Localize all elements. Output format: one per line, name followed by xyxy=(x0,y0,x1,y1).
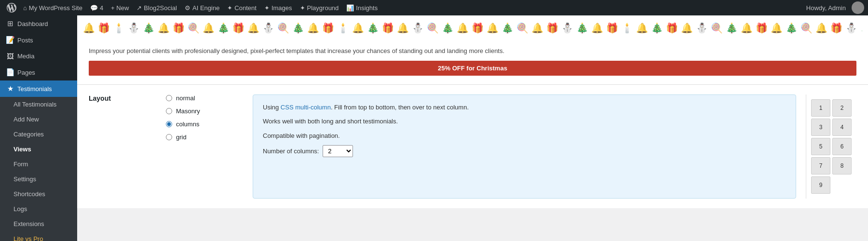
topbar-insights[interactable]: 📊 Insights xyxy=(342,0,381,15)
deco-icon: 🔔 xyxy=(352,22,364,34)
deco-icon: 🔔 xyxy=(203,22,215,34)
sidebar-submenu-testimonials: All Testimonials Add New Categories View… xyxy=(0,97,77,241)
col-button-6[interactable]: 6 xyxy=(832,138,852,155)
pages-icon: 📄 xyxy=(6,68,14,77)
css-multicolumn-link[interactable]: CSS multi-column xyxy=(281,104,331,111)
sidebar: ⊞ Dashboard 📝 Posts 🖼 Media 📄 Pages ★ Te… xyxy=(0,15,77,241)
deco-icon: 🎄 xyxy=(651,22,663,34)
sidebar-item-dashboard[interactable]: ⊞ Dashboard xyxy=(0,15,77,32)
topbar-new-post[interactable]: + New xyxy=(107,0,133,15)
deco-icon: 🔔 xyxy=(815,22,827,34)
col-button-2[interactable]: 2 xyxy=(832,99,852,117)
num-columns-row: Number of columns: 12345678910 xyxy=(263,145,786,157)
content-icon: ✦ xyxy=(227,4,232,12)
promo-button[interactable]: 25% OFF for Christmas xyxy=(89,61,856,76)
radio-columns[interactable] xyxy=(166,121,172,127)
sidebar-item-extensions[interactable]: Extensions xyxy=(0,216,77,231)
playground-icon: ✦ xyxy=(300,4,305,12)
radio-masonry[interactable] xyxy=(166,108,172,114)
sidebar-item-form[interactable]: Form xyxy=(0,157,77,172)
deco-icon: 🔔 xyxy=(487,22,499,34)
layout-option-columns[interactable]: columns xyxy=(166,120,243,128)
topbar-comments[interactable]: 💬 4 xyxy=(86,0,107,15)
deco-icon: 🎁 xyxy=(606,22,618,34)
desc-line2: Works well with both long and short test… xyxy=(263,117,786,126)
sidebar-item-add-new[interactable]: Add New xyxy=(0,112,77,127)
deco-icon: ⛄ xyxy=(561,22,573,34)
deco-icon: 🎁 xyxy=(830,22,842,34)
deco-icon: 🍭 xyxy=(516,22,529,34)
deco-icon: 🎄 xyxy=(786,22,798,34)
topbar-ai-engine[interactable]: ⚙ AI Engine xyxy=(181,0,223,15)
sidebar-item-pages[interactable]: 📄 Pages xyxy=(0,64,77,80)
sidebar-item-media[interactable]: 🖼 Media xyxy=(0,48,77,64)
deco-icon: 🍭 xyxy=(277,22,289,34)
radio-normal[interactable] xyxy=(166,95,172,101)
layout-description: Using CSS multi-column. Fill from top to… xyxy=(253,94,796,199)
sidebar-item-settings[interactable]: Settings xyxy=(0,172,77,187)
deco-icon: 🎄 xyxy=(217,22,230,34)
col-button-3[interactable]: 3 xyxy=(811,119,830,136)
radio-grid[interactable] xyxy=(166,134,172,140)
wordpress-logo[interactable] xyxy=(4,0,19,15)
deco-icon: 🔔 xyxy=(591,22,603,34)
deco-icon: 🕯️ xyxy=(113,22,125,34)
topbar: ⌂ My WordPress Site 💬 4 + New ↗ Blog2Soc… xyxy=(0,0,868,15)
num-columns-select[interactable]: 12345678910 xyxy=(323,145,353,157)
sidebar-item-posts[interactable]: 📝 Posts xyxy=(0,32,77,48)
deco-icon: 🍭 xyxy=(427,22,439,34)
sidebar-item-shortcodes[interactable]: Shortcodes xyxy=(0,187,77,201)
deco-icon: 🍭 xyxy=(711,22,723,34)
deco-icon: ⛄ xyxy=(696,22,708,34)
deco-icon: 🎁 xyxy=(472,22,484,34)
promo-text: Impress your potential clients with prof… xyxy=(89,46,856,56)
deco-icon: 🎄 xyxy=(726,22,738,34)
deco-icon: 🎄 xyxy=(143,22,155,34)
topbar-blog2social[interactable]: ↗ Blog2Social xyxy=(133,0,181,15)
topbar-images[interactable]: ✦ Images xyxy=(260,0,296,15)
layout-title: Layout xyxy=(89,94,156,199)
insights-icon: 📊 xyxy=(346,4,354,12)
deco-icon: 🎄 xyxy=(576,22,588,34)
ai-icon: ⚙ xyxy=(185,4,190,12)
layout-option-grid[interactable]: grid xyxy=(166,134,243,141)
deco-icon: ⛄ xyxy=(128,22,140,34)
sidebar-item-testimonials[interactable]: ★ Testimonials xyxy=(0,80,77,97)
col-button-5[interactable]: 5 xyxy=(811,138,830,155)
deco-icon: 🍭 xyxy=(800,22,813,34)
col-button-4[interactable]: 4 xyxy=(832,119,852,136)
layout-section: Layout normal Masonry columns xyxy=(77,85,868,208)
sidebar-item-categories[interactable]: Categories xyxy=(0,127,77,142)
layout-option-normal[interactable]: normal xyxy=(166,94,243,102)
layout-option-masonry[interactable]: Masonry xyxy=(166,107,243,115)
content-area: 🔔🎁🕯️⛄🎄🔔🎁🍭🔔🎄🎁🔔⛄🍭🎄🔔🎁🕯️🔔🎄🎁🔔⛄🍭🎄🔔🎁🔔🎄🍭🔔🎁⛄🎄🔔🎁🕯️… xyxy=(77,15,868,241)
sidebar-item-all-testimonials[interactable]: All Testimonials xyxy=(0,97,77,112)
avatar[interactable] xyxy=(852,1,864,14)
deco-icon: ⛄ xyxy=(412,22,424,34)
desc-line3: Compatible with pagination. xyxy=(263,131,786,141)
sidebar-item-logs[interactable]: Logs xyxy=(0,201,77,216)
col-button-7[interactable]: 7 xyxy=(811,157,830,174)
deco-icon: 🎁 xyxy=(232,22,244,34)
howdy-text: Howdy, Admin xyxy=(806,4,846,12)
col-button-1[interactable]: 1 xyxy=(811,99,830,117)
deco-icon: 🎄 xyxy=(442,22,454,34)
deco-icon: ⛄ xyxy=(262,22,274,34)
col-button-8[interactable]: 8 xyxy=(832,157,852,174)
deco-icon: 🔔 xyxy=(771,22,783,34)
deco-icon: 🎁 xyxy=(546,22,558,34)
deco-icon: 🎁 xyxy=(322,22,334,34)
sidebar-item-views[interactable]: Views xyxy=(0,142,77,157)
sidebar-item-lite-vs-pro[interactable]: Lite vs Pro xyxy=(0,231,77,241)
deco-icon: 🍭 xyxy=(188,22,200,34)
topbar-site-name[interactable]: ⌂ My WordPress Site xyxy=(19,0,86,15)
main-layout: ⊞ Dashboard 📝 Posts 🖼 Media 📄 Pages ★ Te… xyxy=(0,15,868,241)
deco-icon: 🔔 xyxy=(457,22,469,34)
deco-icon: 🕯️ xyxy=(337,22,349,34)
deco-icon: 🎁 xyxy=(173,22,185,34)
testimonials-icon: ★ xyxy=(6,84,14,93)
col-button-9[interactable]: 9 xyxy=(811,176,830,194)
deco-icon: 🎄 xyxy=(502,22,514,34)
topbar-playground[interactable]: ✦ Playground xyxy=(296,0,343,15)
topbar-content[interactable]: ✦ Content xyxy=(223,0,260,15)
